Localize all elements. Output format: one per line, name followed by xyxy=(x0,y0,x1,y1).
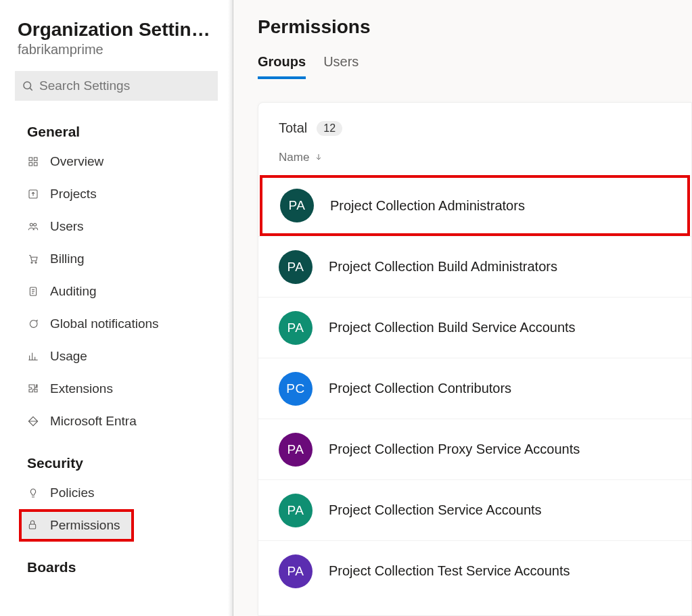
avatar: PA xyxy=(279,494,313,527)
svg-rect-2 xyxy=(29,158,32,161)
svg-rect-5 xyxy=(34,162,37,166)
nav-label: Usage xyxy=(50,349,215,364)
group-name: Project Collection Contributors xyxy=(329,381,511,396)
avatar: PC xyxy=(279,372,313,406)
group-name: Project Collection Build Service Account… xyxy=(329,320,576,335)
chart-icon xyxy=(27,350,39,362)
group-name: Project Collection Build Administrators xyxy=(329,259,557,275)
organization-settings-title: Organization Settin… xyxy=(18,19,215,41)
group-row[interactable]: PA Project Collection Proxy Service Acco… xyxy=(258,419,691,479)
nav-users[interactable]: Users xyxy=(0,210,233,243)
nav-extensions[interactable]: Extensions xyxy=(0,373,233,405)
puzzle-icon xyxy=(27,383,39,395)
search-settings-box[interactable] xyxy=(15,71,218,101)
section-security-label: Security xyxy=(0,437,233,477)
nav-label: Global notifications xyxy=(50,316,215,331)
tab-groups[interactable]: Groups xyxy=(258,54,306,79)
nav-label: Permissions xyxy=(50,518,120,533)
search-icon xyxy=(22,80,34,92)
tab-users[interactable]: Users xyxy=(323,54,359,79)
nav-global-notifications[interactable]: Global notifications xyxy=(0,308,233,340)
organization-name: fabrikamprime xyxy=(18,42,215,57)
chat-icon xyxy=(27,318,39,330)
nav-auditing[interactable]: Auditing xyxy=(0,275,233,308)
nav-label: Extensions xyxy=(50,381,215,396)
avatar: PA xyxy=(279,250,313,284)
svg-rect-3 xyxy=(34,158,37,161)
sort-down-icon xyxy=(315,151,323,164)
group-row[interactable]: PA Project Collection Build Administrato… xyxy=(258,236,691,297)
group-row-administrators[interactable]: PA Project Collection Administrators xyxy=(260,175,690,236)
total-label: Total xyxy=(279,120,307,136)
group-name: Project Collection Proxy Service Account… xyxy=(329,442,580,457)
group-row[interactable]: PA Project Collection Build Service Acco… xyxy=(258,297,691,358)
users-icon xyxy=(27,220,39,233)
diamond-icon xyxy=(27,415,39,427)
upload-icon xyxy=(27,188,39,200)
total-count: 12 xyxy=(317,121,342,136)
page-title: Permissions xyxy=(258,16,668,38)
main-content: Permissions Groups Users Total 12 Name P… xyxy=(233,0,692,616)
nav-label: Overview xyxy=(50,154,215,169)
nav-label: Billing xyxy=(50,252,215,266)
nav-overview[interactable]: Overview xyxy=(0,145,233,178)
group-name: Project Collection Test Service Accounts xyxy=(329,563,570,579)
avatar: PA xyxy=(280,189,314,222)
sidebar-header: Organization Settin… fabrikamprime xyxy=(0,14,233,59)
nav-permissions[interactable]: Permissions xyxy=(19,509,134,542)
svg-point-9 xyxy=(31,262,32,263)
nav-policies[interactable]: Policies xyxy=(0,477,233,509)
group-row[interactable]: PA Project Collection Test Service Accou… xyxy=(258,540,691,601)
column-label: Name xyxy=(279,151,309,164)
nav-label: Auditing xyxy=(50,284,215,299)
nav-label: Microsoft Entra xyxy=(50,414,215,429)
svg-line-1 xyxy=(30,88,32,90)
svg-rect-19 xyxy=(29,524,35,529)
nav-projects[interactable]: Projects xyxy=(0,178,233,210)
lock-icon xyxy=(27,519,39,531)
grid-icon xyxy=(27,156,39,168)
section-general-label: General xyxy=(0,106,233,145)
nav-microsoft-entra[interactable]: Microsoft Entra xyxy=(0,405,233,437)
clipboard-icon xyxy=(27,285,39,298)
avatar: PA xyxy=(279,554,313,588)
nav-usage[interactable]: Usage xyxy=(0,340,233,373)
tabs: Groups Users xyxy=(258,54,668,79)
svg-point-10 xyxy=(35,262,37,263)
avatar: PA xyxy=(279,433,313,467)
cart-icon xyxy=(27,253,39,265)
nav-billing[interactable]: Billing xyxy=(0,243,233,275)
nav-label: Projects xyxy=(50,187,215,202)
svg-point-8 xyxy=(34,223,37,226)
panel-summary: Total 12 xyxy=(258,103,691,144)
section-boards-label: Boards xyxy=(0,542,233,581)
group-name: Project Collection Administrators xyxy=(330,198,525,214)
svg-rect-4 xyxy=(29,162,32,166)
group-row[interactable]: PC Project Collection Contributors xyxy=(258,358,691,419)
search-settings-input[interactable] xyxy=(39,78,211,93)
group-name: Project Collection Service Accounts xyxy=(329,502,542,518)
main-header: Permissions Groups Users xyxy=(233,0,692,79)
svg-point-7 xyxy=(30,223,32,226)
groups-list: PA Project Collection Administrators PA … xyxy=(258,174,691,615)
column-header-name[interactable]: Name xyxy=(258,144,691,174)
nav-label: Users xyxy=(50,219,215,234)
bulb-icon xyxy=(27,487,39,499)
nav-label: Policies xyxy=(50,485,215,500)
group-row[interactable]: PA Project Collection Service Accounts xyxy=(258,479,691,540)
svg-point-0 xyxy=(24,82,31,89)
permissions-panel: Total 12 Name PA Project Collection Admi… xyxy=(258,102,692,616)
avatar: PA xyxy=(279,311,313,345)
sidebar: Organization Settin… fabrikamprime Gener… xyxy=(0,0,233,616)
